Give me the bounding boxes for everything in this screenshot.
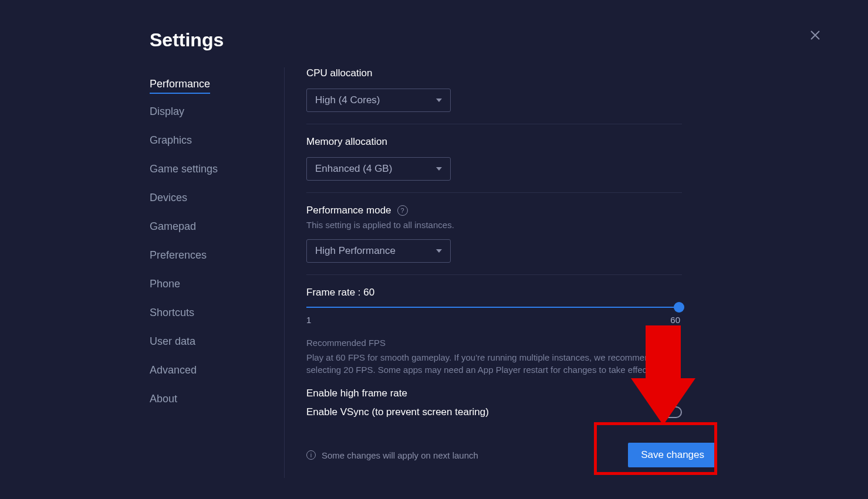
sidebar-item-preferences[interactable]: Preferences [150,245,267,266]
sidebar-item-graphics[interactable]: Graphics [150,130,267,151]
vsync-toggle[interactable] [661,406,682,418]
performance-mode-section: Performance mode ? This setting is appli… [306,205,682,275]
cpu-select[interactable]: High (4 Cores) [306,89,451,112]
sidebar: Performance Display Graphics Game settin… [150,73,267,417]
sidebar-item-shortcuts[interactable]: Shortcuts [150,302,267,324]
frame-rate-label: Frame rate : 60 [306,287,682,298]
recommended-fps-text: Play at 60 FPS for smooth gameplay. If y… [306,351,682,376]
sidebar-item-advanced[interactable]: Advanced [150,359,267,381]
recommended-fps-title: Recommended FPS [306,338,682,348]
memory-select[interactable]: Enhanced (4 GB) [306,157,451,181]
memory-section: Memory allocation Enhanced (4 GB) [306,136,682,193]
save-button[interactable]: Save changes [628,443,717,467]
cpu-label: CPU allocation [306,67,682,79]
page-title: Settings [150,29,224,51]
toggle-knob [663,409,670,416]
slider-max-label: 60 [670,315,680,325]
sidebar-item-game-settings[interactable]: Game settings [150,158,267,180]
sidebar-item-about[interactable]: About [150,388,267,410]
sidebar-item-devices[interactable]: Devices [150,187,267,209]
sidebar-item-user-data[interactable]: User data [150,331,267,352]
frame-rate-slider[interactable] [306,307,679,308]
info-icon: i [306,450,316,460]
performance-mode-label: Performance mode [306,205,391,216]
footer-info-text: Some changes will apply on next launch [322,450,478,460]
chevron-down-icon [436,99,442,102]
vsync-label: Enable VSync (to prevent screen tearing) [306,406,489,418]
vertical-divider [284,67,285,478]
footer: i Some changes will apply on next launch… [306,443,717,467]
help-icon[interactable]: ? [397,205,408,216]
memory-select-value: Enhanced (4 GB) [315,163,392,175]
sidebar-item-performance[interactable]: Performance [150,73,210,94]
sidebar-item-gamepad[interactable]: Gamepad [150,216,267,237]
sidebar-item-display[interactable]: Display [150,101,267,123]
chevron-down-icon [436,167,442,171]
slider-min-label: 1 [306,315,311,325]
high-frame-rate-label: Enable high frame rate [306,388,407,399]
performance-mode-sublabel: This setting is applied to all instances… [306,220,682,230]
cpu-section: CPU allocation High (4 Cores) [306,67,682,124]
content-area: CPU allocation High (4 Cores) Memory all… [306,67,682,442]
frame-rate-section: Frame rate : 60 1 60 Recommended FPS Pla… [306,287,682,430]
close-button[interactable] [808,28,822,42]
performance-mode-select[interactable]: High Performance [306,239,451,263]
chevron-down-icon [436,249,442,253]
performance-mode-select-value: High Performance [315,245,396,257]
close-icon [809,29,821,41]
cpu-select-value: High (4 Cores) [315,94,380,106]
frame-rate-slider-thumb[interactable] [674,302,684,313]
sidebar-item-phone[interactable]: Phone [150,273,267,295]
memory-label: Memory allocation [306,136,682,148]
